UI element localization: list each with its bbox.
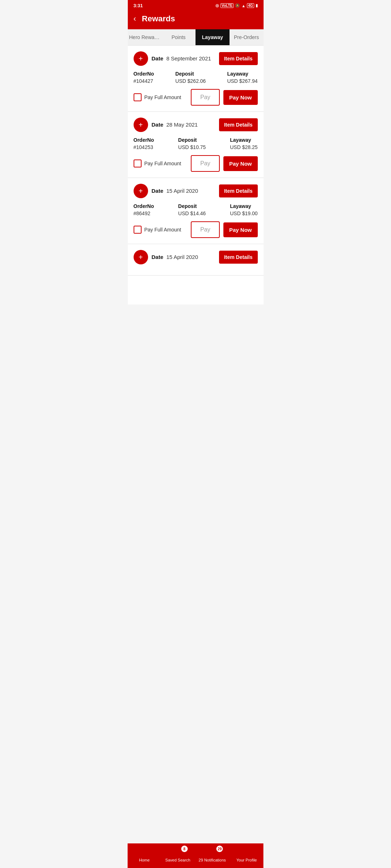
pay-now-button-3[interactable]: Pay Now <box>223 222 258 237</box>
date-value-2: 28 May 2021 <box>166 122 198 128</box>
page-title: Rewards <box>142 14 175 24</box>
layaway-label-1: Layaway <box>227 71 257 77</box>
order-header-4: + Date 15 April 2020 Item Details <box>134 250 258 264</box>
item-details-btn-2[interactable]: Item Details <box>219 118 258 131</box>
pay-now-button-2[interactable]: Pay Now <box>223 156 258 171</box>
orders-list: + Date 8 September 2021 Item Details Ord… <box>128 46 264 305</box>
pay-full-label-3: Pay Full Amount <box>144 227 181 233</box>
order-info-1: OrderNo #104427 Deposit USD $262.06 Laya… <box>134 71 258 84</box>
order-header-2: + Date 28 May 2021 Item Details <box>134 118 258 132</box>
item-details-btn-3[interactable]: Item Details <box>219 184 258 197</box>
layaway-value-3: USD $19.00 <box>230 210 257 216</box>
order-no-label-2: OrderNo <box>134 137 154 143</box>
tab-layaway[interactable]: Layaway <box>196 29 230 45</box>
order-card-2: + Date 28 May 2021 Item Details OrderNo … <box>128 112 264 178</box>
order-card-4: + Date 15 April 2020 Item Details <box>128 244 264 276</box>
header: ‹ Rewards <box>128 10 264 29</box>
layaway-label-3: Layaway <box>230 203 257 209</box>
order-info-2: OrderNo #104253 Deposit USD $10.75 Layaw… <box>134 137 258 150</box>
order-no-value-3: #86492 <box>134 210 154 216</box>
deposit-label-3: Deposit <box>178 203 206 209</box>
pay-now-button-1[interactable]: Pay Now <box>223 90 258 105</box>
expand-icon-1[interactable]: + <box>134 51 148 66</box>
layaway-value-2: USD $28.25 <box>230 144 257 150</box>
status-bar: 3:31 ◎ VoLTE 🔕 ▲ 4G ▮ <box>128 0 264 10</box>
expand-icon-2[interactable]: + <box>134 118 148 132</box>
time: 3:31 <box>134 3 143 8</box>
tab-pre-orders[interactable]: Pre-Orders <box>230 29 264 45</box>
tabs-bar: Hero Rewards Points Layaway Pre-Orders <box>128 29 264 46</box>
item-details-btn-1[interactable]: Item Details <box>219 52 258 65</box>
pay-button-1[interactable]: Pay <box>191 89 220 106</box>
date-label-3: Date <box>152 188 164 194</box>
order-header-3: + Date 15 April 2020 Item Details <box>134 184 258 198</box>
order-no-value-2: #104253 <box>134 144 154 150</box>
item-details-btn-4[interactable]: Item Details <box>219 251 258 264</box>
deposit-label-1: Deposit <box>175 71 206 77</box>
pay-full-checkbox-2[interactable] <box>134 159 142 167</box>
layaway-label-2: Layaway <box>230 137 257 143</box>
date-label-4: Date <box>152 254 164 260</box>
order-actions-2: Pay Full Amount Pay Pay Now <box>134 155 258 172</box>
order-no-label-1: OrderNo <box>134 71 154 77</box>
back-button[interactable]: ‹ <box>134 14 136 24</box>
order-no-label-3: OrderNo <box>134 203 154 209</box>
deposit-value-3: USD $14.46 <box>178 210 206 216</box>
order-header-1: + Date 8 September 2021 Item Details <box>134 51 258 66</box>
expand-icon-4[interactable]: + <box>134 250 148 264</box>
order-no-value-1: #104427 <box>134 78 154 84</box>
pay-full-checkbox-1[interactable] <box>134 93 142 101</box>
pay-full-label-2: Pay Full Amount <box>144 161 181 166</box>
order-actions-3: Pay Full Amount Pay Pay Now <box>134 221 258 238</box>
status-icons: ◎ VoLTE 🔕 ▲ 4G ▮ <box>215 3 257 8</box>
date-value-3: 15 April 2020 <box>166 188 198 194</box>
tab-points[interactable]: Points <box>161 29 196 45</box>
date-value-4: 15 April 2020 <box>166 254 198 260</box>
date-label-2: Date <box>152 122 164 128</box>
deposit-label-2: Deposit <box>178 137 206 143</box>
deposit-value-2: USD $10.75 <box>178 144 206 150</box>
pay-full-checkbox-3[interactable] <box>134 226 142 234</box>
date-label-1: Date <box>152 55 164 61</box>
order-actions-1: Pay Full Amount Pay Pay Now <box>134 89 258 106</box>
tab-hero-rewards[interactable]: Hero Rewards <box>128 29 162 45</box>
expand-icon-3[interactable]: + <box>134 184 148 198</box>
layaway-value-1: USD $267.94 <box>227 78 257 84</box>
order-card-3: + Date 15 April 2020 Item Details OrderN… <box>128 178 264 244</box>
pay-button-2[interactable]: Pay <box>191 155 220 172</box>
date-value-1: 8 September 2021 <box>166 55 211 61</box>
deposit-value-1: USD $262.06 <box>175 78 206 84</box>
order-card-1: + Date 8 September 2021 Item Details Ord… <box>128 46 264 112</box>
pay-button-3[interactable]: Pay <box>191 221 220 238</box>
order-info-3: OrderNo #86492 Deposit USD $14.46 Layawa… <box>134 203 258 216</box>
pay-full-label-1: Pay Full Amount <box>144 94 181 100</box>
